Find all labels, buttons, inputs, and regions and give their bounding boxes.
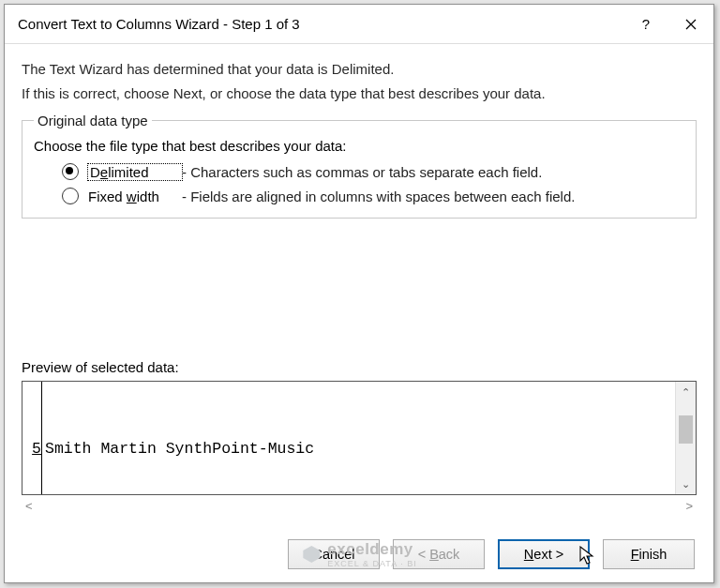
radio-delimited-label: Delimited [88,164,182,180]
window-title: Convert Text to Columns Wizard - Step 1 … [18,16,623,32]
close-icon [685,19,697,30]
radio-fixed-label: Fixed width [88,188,182,204]
scroll-thumb[interactable] [679,415,693,444]
preview-label: Preview of selected data: [22,359,697,375]
radio-indicator-checked [62,163,79,180]
radio-delimited[interactable]: Delimited - Characters such as commas or… [34,159,684,184]
intro-line-2: If this is correct, choose Next, or choo… [22,82,697,106]
choose-filetype-label: Choose the file type that best describes… [34,138,684,154]
intro-text: The Text Wizard has determined that your… [22,57,697,105]
preview-row: 5Smith Martin SynthPoint-Music [26,440,675,459]
next-button[interactable]: Next > [498,539,590,569]
radio-fixed-desc: - Fields are aligned in columns with spa… [182,188,575,204]
cancel-button[interactable]: Cancel [288,539,380,569]
scroll-left-icon[interactable]: < [25,499,33,513]
spacer [22,219,697,342]
close-button[interactable] [668,5,713,44]
original-data-type-group: Original data type Choose the file type … [22,113,697,219]
back-button: < Back [393,539,485,569]
preview-content: 5Smith Martin SynthPoint-Music 6Thoms Ad… [22,382,675,494]
button-row: Cancel < Back Next > Finish [5,528,713,582]
radio-delimited-desc: - Characters such as commas or tabs sepa… [182,164,542,180]
intro-line-1: The Text Wizard has determined that your… [22,57,697,82]
scroll-down-icon[interactable]: ⌄ [676,474,696,494]
preview-horizontal-scrollbar[interactable]: < > [22,495,697,517]
scroll-right-icon[interactable]: > [685,499,693,513]
preview-vertical-scrollbar[interactable]: ⌃ ⌄ [675,382,696,494]
preview-ruler [41,382,42,494]
content-area: The Text Wizard has determined that your… [5,44,713,528]
scroll-up-icon[interactable]: ⌃ [676,382,696,402]
finish-button[interactable]: Finish [603,539,695,569]
wizard-dialog: Convert Text to Columns Wizard - Step 1 … [4,4,714,583]
radio-fixed-width[interactable]: Fixed width - Fields are aligned in colu… [34,184,684,208]
group-legend: Original data type [34,113,152,128]
help-button[interactable]: ? [623,5,668,44]
preview-box: 5Smith Martin SynthPoint-Music 6Thoms Ad… [22,381,697,495]
titlebar: Convert Text to Columns Wizard - Step 1 … [5,5,713,44]
radio-indicator [62,188,79,204]
